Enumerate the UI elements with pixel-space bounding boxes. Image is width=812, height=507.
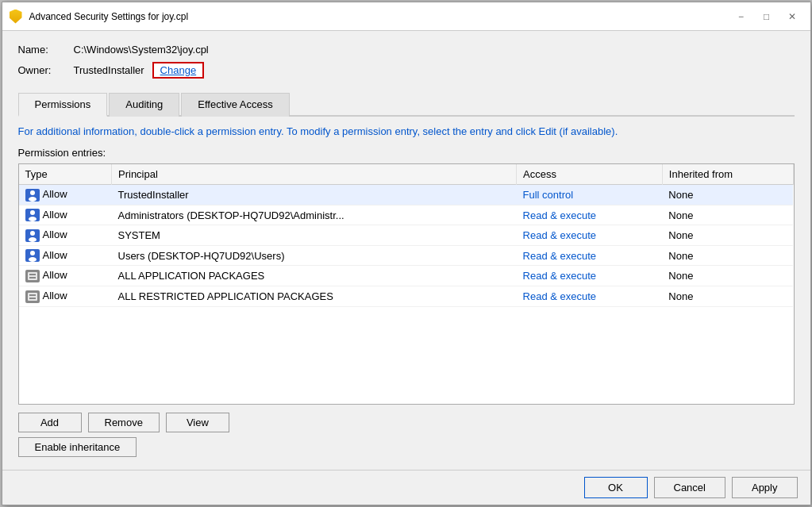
svg-rect-12 <box>29 294 36 296</box>
table-header-row: Type Principal Access Inherited from <box>19 164 794 185</box>
user-icon <box>25 229 40 242</box>
owner-label: Owner: <box>18 64 74 76</box>
footer: OK Cancel Apply <box>2 470 810 505</box>
svg-point-0 <box>30 190 35 195</box>
col-type: Type <box>19 164 112 185</box>
bottom-buttons-area: Add Remove View Enable inheritance <box>18 405 795 462</box>
window-icon <box>9 10 23 24</box>
remove-button[interactable]: Remove <box>88 413 160 432</box>
owner-row: Owner: TrustedInstaller Change <box>18 62 795 79</box>
svg-rect-13 <box>29 298 36 299</box>
svg-point-3 <box>29 217 37 221</box>
name-value: C:\Windows\System32\joy.cpl <box>74 44 209 56</box>
permission-table-container[interactable]: Type Principal Access Inherited from All… <box>18 163 795 405</box>
name-row: Name: C:\Windows\System32\joy.cpl <box>18 44 795 56</box>
col-principal: Principal <box>112 164 517 185</box>
window-controls: − □ ✕ <box>729 7 804 26</box>
window-title: Advanced Security Settings for joy.cpl <box>29 11 729 22</box>
tab-effective-access[interactable]: Effective Access <box>181 93 289 117</box>
name-label: Name: <box>18 44 74 56</box>
table-row[interactable]: AllowALL APPLICATION PACKAGESRead & exec… <box>19 266 794 286</box>
inheritance-buttons-row: Enable inheritance <box>18 437 795 457</box>
table-row[interactable]: AllowAdministrators (DESKTOP-HQ7UD92\Adm… <box>19 205 794 225</box>
permission-table: Type Principal Access Inherited from All… <box>19 164 794 306</box>
enable-inheritance-button[interactable]: Enable inheritance <box>18 437 137 457</box>
user-icon <box>25 209 40 221</box>
tab-content-permissions: For additional information, double-click… <box>18 117 795 462</box>
cancel-button[interactable]: Cancel <box>654 477 725 498</box>
svg-point-2 <box>30 210 35 215</box>
view-button[interactable]: View <box>166 413 229 432</box>
app-icon <box>25 270 40 282</box>
minimize-button[interactable]: − <box>729 7 753 26</box>
table-row[interactable]: AllowTrustedInstallerFull controlNone <box>19 185 794 205</box>
info-text: For additional information, double-click… <box>18 125 795 139</box>
svg-rect-9 <box>29 274 36 275</box>
owner-value: TrustedInstaller <box>74 64 144 76</box>
apply-button[interactable]: Apply <box>732 477 798 498</box>
tab-auditing[interactable]: Auditing <box>109 93 179 117</box>
table-row[interactable]: AllowUsers (DESKTOP-HQ7UD92\Users)Read &… <box>19 245 794 266</box>
app-icon <box>25 290 40 303</box>
user-icon <box>25 189 40 202</box>
svg-point-1 <box>29 197 37 202</box>
svg-point-4 <box>30 231 35 236</box>
svg-point-7 <box>29 257 37 262</box>
main-window: Advanced Security Settings for joy.cpl −… <box>2 2 811 505</box>
svg-point-6 <box>30 251 35 255</box>
svg-rect-10 <box>29 277 36 278</box>
action-buttons-row: Add Remove View <box>18 413 795 432</box>
user-icon <box>25 249 40 262</box>
shield-icon <box>10 10 22 24</box>
svg-point-5 <box>29 237 37 242</box>
col-inherited: Inherited from <box>662 164 793 185</box>
change-owner-button[interactable]: Change <box>152 62 205 79</box>
svg-rect-8 <box>28 272 37 280</box>
tab-bar: Permissions Auditing Effective Access <box>18 91 795 117</box>
maximize-button[interactable]: □ <box>755 7 779 26</box>
section-label: Permission entries: <box>18 147 795 159</box>
close-button[interactable]: ✕ <box>780 7 804 26</box>
title-bar: Advanced Security Settings for joy.cpl −… <box>2 2 810 31</box>
col-access: Access <box>517 164 663 185</box>
tab-permissions[interactable]: Permissions <box>18 93 108 117</box>
content-area: Name: C:\Windows\System32\joy.cpl Owner:… <box>2 31 810 470</box>
ok-button[interactable]: OK <box>584 477 648 498</box>
svg-rect-11 <box>28 293 37 301</box>
table-row[interactable]: AllowALL RESTRICTED APPLICATION PACKAGES… <box>19 286 794 307</box>
add-button[interactable]: Add <box>18 413 82 432</box>
table-row[interactable]: AllowSYSTEMRead & executeNone <box>19 225 794 246</box>
